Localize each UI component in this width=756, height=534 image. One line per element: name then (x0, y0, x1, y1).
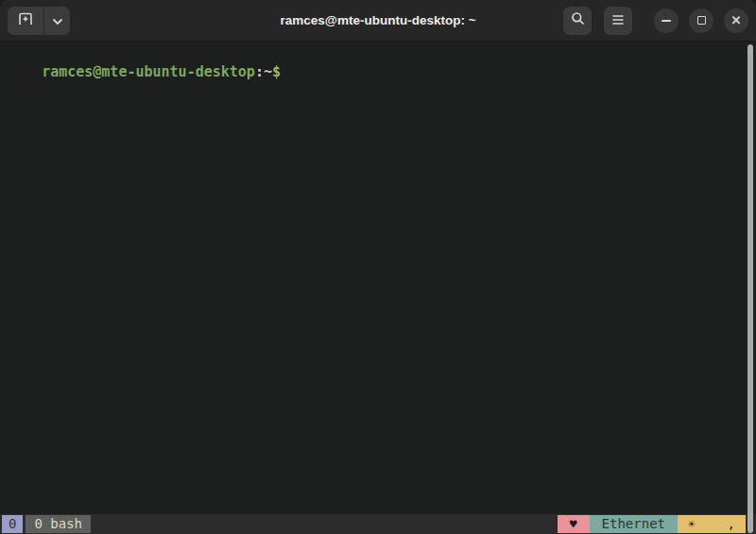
hamburger-menu-icon (611, 12, 625, 29)
menu-button[interactable] (604, 7, 632, 35)
prompt-colon: : (255, 63, 264, 80)
status-battery-segment: ♥ (558, 515, 590, 533)
chevron-down-icon (52, 12, 63, 29)
status-bar: 0 0 bash ♥ Ethernet ☀ , (0, 514, 756, 534)
minimize-icon (662, 20, 671, 22)
maximize-button[interactable] (689, 9, 713, 33)
tab-button-group (8, 7, 70, 35)
sun-icon: ☀ (688, 515, 696, 533)
scrollbar-thumb[interactable] (747, 44, 753, 533)
new-tab-icon (18, 12, 33, 29)
status-window-name: 0 bash (26, 515, 91, 533)
status-weather-text: , (728, 515, 735, 533)
heart-icon: ♥ (570, 515, 577, 533)
prompt-user-host: ramces@mte-ubuntu-desktop (42, 63, 255, 80)
prompt-line: ramces@mte-ubuntu-desktop:~$ (42, 63, 281, 80)
titlebar: ramces@mte-ubuntu-desktop: ~ (0, 0, 756, 42)
close-button[interactable]: ✕ (724, 9, 748, 33)
search-icon (571, 11, 585, 29)
search-button[interactable] (563, 7, 592, 35)
status-session-index: 0 (2, 515, 23, 533)
terminal-screen[interactable]: ramces@mte-ubuntu-desktop:~$ (0, 42, 756, 514)
terminal-window: ramces@mte-ubuntu-desktop: ~ (0, 0, 756, 534)
status-weather-segment: ☀ , (678, 515, 746, 533)
minimize-button[interactable] (654, 9, 679, 33)
titlebar-controls: ✕ (563, 7, 748, 35)
new-tab-button[interactable] (8, 7, 43, 35)
prompt-path: ~ (264, 63, 272, 80)
prompt-symbol: $ (272, 63, 281, 80)
status-network-segment: Ethernet (590, 515, 678, 533)
close-icon: ✕ (731, 14, 742, 26)
tab-list-dropdown-button[interactable] (43, 7, 70, 35)
maximize-icon (697, 16, 706, 25)
